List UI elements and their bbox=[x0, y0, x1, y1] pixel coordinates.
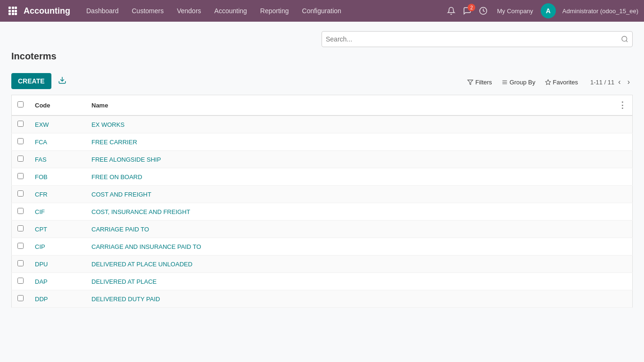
row-options bbox=[612, 115, 633, 133]
row-code[interactable]: DDP bbox=[29, 290, 86, 308]
table-row[interactable]: CFR COST AND FREIGHT bbox=[12, 186, 633, 203]
row-code[interactable]: FCA bbox=[29, 133, 86, 151]
row-checkbox[interactable] bbox=[17, 208, 24, 214]
row-options bbox=[612, 203, 633, 221]
row-checkbox-cell bbox=[12, 221, 30, 238]
chat-icon[interactable]: 2 bbox=[461, 5, 473, 17]
search-input[interactable] bbox=[326, 35, 621, 43]
user-label: Administrator (odoo_15_ee) bbox=[562, 8, 638, 15]
svg-rect-1 bbox=[12, 7, 14, 9]
row-name[interactable]: DELIVERED AT PLACE UNLOADED bbox=[86, 255, 612, 273]
groupby-button[interactable]: Group By bbox=[497, 76, 540, 89]
row-code[interactable]: EXW bbox=[29, 115, 86, 133]
row-checkbox[interactable] bbox=[17, 243, 24, 249]
svg-rect-2 bbox=[15, 7, 17, 9]
table-row[interactable]: DDP DELIVERED DUTY PAID bbox=[12, 290, 633, 308]
row-code[interactable]: CIP bbox=[29, 238, 86, 255]
row-code[interactable]: CPT bbox=[29, 221, 86, 238]
row-checkbox[interactable] bbox=[17, 190, 24, 197]
create-button[interactable]: CREATE bbox=[11, 73, 51, 89]
row-name[interactable]: DELIVERED DUTY PAID bbox=[86, 290, 612, 308]
table-row[interactable]: FOB FREE ON BOARD bbox=[12, 168, 633, 186]
col-header-code[interactable]: Code bbox=[29, 95, 86, 116]
nav-reporting[interactable]: Reporting bbox=[254, 0, 296, 22]
row-name[interactable]: COST AND FREIGHT bbox=[86, 186, 612, 203]
row-options bbox=[612, 255, 633, 273]
row-checkbox[interactable] bbox=[17, 295, 24, 301]
row-code[interactable]: FOB bbox=[29, 168, 86, 186]
favorites-button[interactable]: Favorites bbox=[540, 76, 583, 89]
search-icon[interactable] bbox=[621, 35, 628, 43]
svg-rect-5 bbox=[15, 10, 17, 12]
row-checkbox[interactable] bbox=[17, 225, 24, 231]
row-checkbox[interactable] bbox=[17, 138, 24, 144]
row-name[interactable]: FREE ON BOARD bbox=[86, 168, 612, 186]
app-title: Accounting bbox=[24, 6, 70, 16]
svg-rect-0 bbox=[8, 7, 11, 9]
row-code[interactable]: DPU bbox=[29, 255, 86, 273]
import-button[interactable] bbox=[55, 74, 69, 89]
row-checkbox[interactable] bbox=[17, 121, 24, 127]
row-name[interactable]: DELIVERED AT PLACE bbox=[86, 273, 612, 290]
row-options bbox=[612, 133, 633, 151]
company-name[interactable]: My Company bbox=[497, 8, 533, 15]
row-options bbox=[612, 290, 633, 308]
row-code[interactable]: DAP bbox=[29, 273, 86, 290]
row-checkbox-cell bbox=[12, 168, 30, 186]
row-code[interactable]: CIF bbox=[29, 203, 86, 221]
row-checkbox[interactable] bbox=[17, 156, 24, 162]
svg-point-10 bbox=[622, 36, 627, 41]
prev-page-button[interactable]: ‹ bbox=[615, 77, 623, 87]
nav-menu: Dashboard Customers Vendors Accounting R… bbox=[80, 0, 445, 22]
col-header-options: ⋮ bbox=[612, 95, 633, 116]
navbar: Accounting Dashboard Customers Vendors A… bbox=[0, 0, 644, 22]
notifications-bell-icon[interactable] bbox=[445, 5, 457, 17]
row-options bbox=[612, 186, 633, 203]
row-checkbox[interactable] bbox=[17, 260, 24, 266]
next-page-button[interactable]: › bbox=[625, 77, 633, 87]
pagination-controls: 1-11 / 11 ‹ › bbox=[583, 77, 633, 87]
nav-dashboard[interactable]: Dashboard bbox=[80, 0, 125, 22]
table-row[interactable]: FAS FREE ALONGSIDE SHIP bbox=[12, 151, 633, 168]
svg-line-11 bbox=[626, 41, 627, 42]
incoterms-table: Code Name ⋮ EXW EX WORKS FCA FREE CARRIE… bbox=[11, 95, 633, 308]
row-name[interactable]: FREE CARRIER bbox=[86, 133, 612, 151]
row-checkbox-cell bbox=[12, 186, 30, 203]
row-name[interactable]: EX WORKS bbox=[86, 115, 612, 133]
row-checkbox-cell bbox=[12, 255, 30, 273]
clock-icon[interactable] bbox=[477, 5, 489, 17]
row-checkbox[interactable] bbox=[17, 278, 24, 284]
table-row[interactable]: FCA FREE CARRIER bbox=[12, 133, 633, 151]
row-code[interactable]: FAS bbox=[29, 151, 86, 168]
table-row[interactable]: CIP CARRIAGE AND INSURANCE PAID TO bbox=[12, 238, 633, 255]
table-row[interactable]: EXW EX WORKS bbox=[12, 115, 633, 133]
action-bar: CREATE bbox=[11, 73, 69, 89]
row-name[interactable]: FREE ALONGSIDE SHIP bbox=[86, 151, 612, 168]
avatar[interactable]: A bbox=[541, 3, 556, 18]
row-name[interactable]: COST, INSURANCE AND FREIGHT bbox=[86, 203, 612, 221]
filters-button[interactable]: Filters bbox=[462, 76, 496, 89]
nav-customers[interactable]: Customers bbox=[125, 0, 171, 22]
select-all-checkbox[interactable] bbox=[17, 101, 24, 107]
svg-rect-8 bbox=[15, 13, 17, 15]
row-code[interactable]: CFR bbox=[29, 186, 86, 203]
row-checkbox-cell bbox=[12, 151, 30, 168]
nav-vendors[interactable]: Vendors bbox=[170, 0, 207, 22]
page-title: Incoterms bbox=[11, 51, 57, 62]
nav-configuration[interactable]: Configuration bbox=[296, 0, 348, 22]
main-content: Incoterms CREATE Filters bbox=[0, 22, 644, 308]
row-checkbox[interactable] bbox=[17, 173, 24, 179]
apps-icon[interactable] bbox=[6, 4, 20, 18]
table-row[interactable]: CIF COST, INSURANCE AND FREIGHT bbox=[12, 203, 633, 221]
nav-accounting[interactable]: Accounting bbox=[208, 0, 254, 22]
pagination-info: 1-11 / 11 bbox=[590, 79, 614, 86]
row-checkbox-cell bbox=[12, 203, 30, 221]
table-row[interactable]: DPU DELIVERED AT PLACE UNLOADED bbox=[12, 255, 633, 273]
col-header-name[interactable]: Name bbox=[86, 95, 612, 116]
column-options-icon[interactable]: ⋮ bbox=[618, 100, 627, 110]
row-name[interactable]: CARRIAGE AND INSURANCE PAID TO bbox=[86, 238, 612, 255]
row-checkbox-cell bbox=[12, 290, 30, 308]
table-row[interactable]: DAP DELIVERED AT PLACE bbox=[12, 273, 633, 290]
table-row[interactable]: CPT CARRIAGE PAID TO bbox=[12, 221, 633, 238]
row-name[interactable]: CARRIAGE PAID TO bbox=[86, 221, 612, 238]
